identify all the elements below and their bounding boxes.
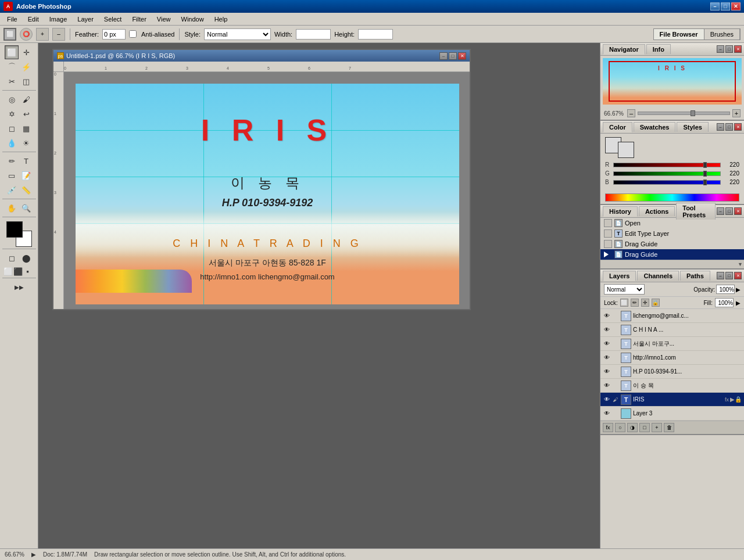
- sub-select-tool[interactable]: –: [52, 28, 65, 41]
- lock-image-pixels[interactable]: ✏: [631, 299, 639, 307]
- layer-layer3[interactable]: 👁 Layer 3: [600, 407, 744, 421]
- doc-close-button[interactable]: ✕: [458, 52, 466, 60]
- layer-eye-http[interactable]: 👁: [603, 354, 611, 362]
- color-tab[interactable]: Color: [603, 122, 632, 132]
- tool-presets-tab[interactable]: Tool Presets: [676, 203, 716, 220]
- ellipse-select-tool[interactable]: ⭕: [20, 28, 33, 41]
- lock-transparent-pixels[interactable]: ⬜: [620, 299, 628, 307]
- stamp-tool[interactable]: ✡: [5, 107, 19, 121]
- red-slider-track[interactable]: [613, 163, 721, 167]
- layer-china[interactable]: 👁 T C H I N A ...: [600, 323, 744, 337]
- blend-mode-select[interactable]: Normal Multiply Screen: [604, 284, 645, 295]
- history-item-open[interactable]: 📄 Open: [600, 218, 744, 228]
- fill-input[interactable]: [715, 298, 734, 307]
- history-close-button[interactable]: ✕: [734, 207, 742, 215]
- menu-edit[interactable]: Edit: [23, 15, 44, 24]
- layers-tab[interactable]: Layers: [603, 271, 636, 281]
- lock-all[interactable]: 🔒: [652, 299, 660, 307]
- eyedropper-tool[interactable]: 💉: [5, 183, 19, 197]
- rect-select-tool[interactable]: ⬜: [3, 28, 16, 41]
- green-slider-track[interactable]: [613, 171, 721, 176]
- style-select[interactable]: Normal Fixed Aspect Ratio Fixed Size: [204, 28, 271, 40]
- zoom-in-button[interactable]: +: [732, 109, 741, 117]
- menu-image[interactable]: Image: [45, 15, 72, 24]
- history-minimize-button[interactable]: –: [717, 207, 724, 215]
- layer-hp[interactable]: 👁 T H.P 010-9394-91...: [600, 365, 744, 379]
- heal-tool[interactable]: ◎: [5, 92, 19, 106]
- layer-seoul[interactable]: 👁 T 서울시 마포구...: [600, 337, 744, 351]
- color-minimize-button[interactable]: –: [717, 123, 724, 131]
- layers-add-style-button[interactable]: fx: [603, 423, 613, 432]
- menu-file[interactable]: File: [2, 15, 22, 24]
- shape-tool[interactable]: ▭: [5, 168, 19, 182]
- layers-maximize-button[interactable]: □: [725, 272, 733, 279]
- brush-tool[interactable]: 🖌: [19, 92, 33, 106]
- layer-http[interactable]: 👁 T http://imno1.com: [600, 351, 744, 365]
- history-scroll-down[interactable]: ▼: [738, 261, 743, 267]
- layers-new-layer-button[interactable]: +: [652, 423, 662, 432]
- navigator-maximize-button[interactable]: □: [725, 45, 733, 53]
- marquee-tool[interactable]: ⬜: [5, 45, 19, 59]
- layer-eye-seoul[interactable]: 👁: [603, 340, 611, 348]
- maximize-button[interactable]: □: [721, 2, 730, 10]
- zoom-out-button[interactable]: –: [627, 109, 635, 117]
- blue-slider-track[interactable]: [613, 180, 721, 185]
- channels-tab[interactable]: Channels: [637, 271, 679, 281]
- slice-tool[interactable]: ◫: [19, 74, 33, 88]
- layer-eye-lichengmo[interactable]: 👁: [603, 312, 611, 320]
- swatches-tab[interactable]: Swatches: [634, 122, 676, 132]
- brushes-tab[interactable]: Brushes: [704, 29, 740, 40]
- height-input[interactable]: [358, 29, 393, 40]
- navigator-tab[interactable]: Navigator: [603, 44, 645, 55]
- dodge-tool[interactable]: ☀: [19, 136, 33, 150]
- path-tool[interactable]: ✏: [5, 154, 19, 168]
- menu-window[interactable]: Window: [177, 15, 209, 24]
- width-input[interactable]: [296, 29, 331, 40]
- opacity-arrow[interactable]: ▶: [736, 286, 741, 293]
- anti-aliased-checkbox[interactable]: [129, 30, 137, 38]
- layer-eye-hp[interactable]: 👁: [603, 368, 611, 376]
- doc-maximize-button[interactable]: □: [449, 52, 457, 60]
- notes-tool[interactable]: 📝: [19, 168, 33, 182]
- layer-korean-name[interactable]: 👁 T 이 승 목: [600, 379, 744, 393]
- lasso-tool[interactable]: ⌒: [5, 60, 19, 74]
- history-brush-tool[interactable]: ↩: [19, 107, 33, 121]
- gradient-tool[interactable]: ▦: [19, 121, 33, 135]
- opacity-input[interactable]: [716, 285, 735, 294]
- history-item-edit-type[interactable]: T Edit Type Layer: [600, 228, 744, 239]
- layer-iris[interactable]: 👁 🖌 T IRIS fx ▶ 🔒: [600, 393, 744, 407]
- layers-minimize-button[interactable]: –: [717, 272, 724, 279]
- menu-help[interactable]: Help: [210, 15, 233, 24]
- crop-tool[interactable]: ✂: [5, 74, 19, 88]
- foreground-color-swatch[interactable]: [6, 221, 23, 238]
- move-tool[interactable]: ✛: [19, 45, 33, 59]
- screen-mode-1[interactable]: ⬜: [3, 267, 13, 276]
- layers-new-group-button[interactable]: □: [639, 423, 650, 432]
- minimize-button[interactable]: –: [710, 2, 720, 10]
- feather-input[interactable]: [102, 29, 126, 40]
- layer-expand-iris[interactable]: ▶: [730, 396, 735, 403]
- zoom-slider[interactable]: [638, 112, 730, 115]
- quickmask-mode[interactable]: ⬤: [19, 251, 33, 265]
- screen-mode-2[interactable]: ⬛: [13, 267, 23, 276]
- navigator-close-button[interactable]: ✕: [734, 45, 742, 53]
- paths-tab[interactable]: Paths: [680, 271, 710, 281]
- zoom-tool[interactable]: 🔍: [19, 201, 33, 215]
- layer-brush-iris[interactable]: 🖌: [611, 396, 619, 404]
- info-tab[interactable]: Info: [646, 44, 671, 54]
- lock-position[interactable]: ✛: [641, 299, 649, 307]
- navigator-minimize-button[interactable]: –: [717, 45, 724, 53]
- eraser-tool[interactable]: ◻: [5, 121, 19, 135]
- layer-eye-china[interactable]: 👁: [603, 326, 611, 334]
- imageready-jump[interactable]: ▶▶: [5, 280, 34, 294]
- layer-eye-layer3[interactable]: 👁: [603, 410, 611, 418]
- close-button[interactable]: ✕: [731, 2, 741, 10]
- layers-new-fill-button[interactable]: ◑: [627, 423, 638, 432]
- menu-view[interactable]: View: [152, 15, 176, 24]
- styles-tab[interactable]: Styles: [677, 122, 708, 132]
- color-spectrum[interactable]: [605, 193, 739, 202]
- layers-close-button[interactable]: ✕: [734, 272, 742, 279]
- menu-select[interactable]: Select: [99, 15, 127, 24]
- blur-tool[interactable]: 💧: [5, 136, 19, 150]
- menu-layer[interactable]: Layer: [73, 15, 98, 24]
